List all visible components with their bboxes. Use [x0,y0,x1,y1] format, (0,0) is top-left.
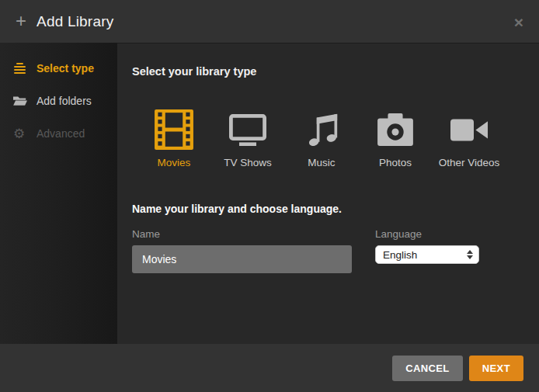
plus-icon: + [16,12,26,30]
dialog-header: + Add Library × [0,0,539,43]
type-tile-photos[interactable]: Photos [372,108,419,168]
type-tile-movies[interactable]: Movies [151,108,197,168]
sidebar-item-add-folders[interactable]: Add folders [0,90,117,112]
type-tile-tv-shows[interactable]: TV Shows [224,108,271,168]
form-row: Name Language English [132,228,539,273]
folder-icon [13,95,29,106]
music-note-icon [304,108,339,151]
add-library-dialog: + Add Library × Select type Add folders … [0,0,539,392]
name-field-label: Name [132,228,352,240]
sidebar-item-label: Advanced [37,127,85,140]
camera-icon [377,108,413,151]
language-select-value: English [383,249,417,261]
tv-icon [229,108,266,151]
film-strip-icon [155,108,193,151]
dialog-footer: CANCEL NEXT [0,344,539,392]
form-title: Name your library and choose language. [132,203,539,215]
sidebar-item-label: Select type [37,62,94,75]
type-tile-other-videos[interactable]: Other Videos [446,108,492,168]
language-select[interactable]: English [375,245,479,264]
type-tile-label: Movies [158,157,191,168]
type-tile-label: Photos [379,157,412,168]
sidebar: Select type Add folders ⚙ Advanced [0,43,117,344]
language-field-group: Language English [375,228,479,273]
type-tile-music[interactable]: Music [298,108,345,168]
cancel-button[interactable]: CANCEL [392,356,463,381]
type-tile-label: TV Shows [224,157,272,168]
select-type-bars-icon [13,63,29,74]
library-name-input[interactable] [132,245,352,273]
close-icon[interactable]: × [514,13,523,29]
next-button[interactable]: NEXT [469,356,523,381]
type-tile-label: Music [308,157,335,168]
select-stepper-icon [467,250,473,259]
library-type-tiles: Movies TV Shows [151,108,539,168]
sidebar-item-label: Add folders [37,95,92,107]
main-panel: Select your library type [117,43,539,344]
name-field-group: Name [132,228,352,273]
dialog-title: Add Library [37,13,113,30]
type-tile-label: Other Videos [439,157,500,168]
language-field-label: Language [375,228,479,240]
section-title: Select your library type [132,65,539,78]
sidebar-item-advanced[interactable]: ⚙ Advanced [0,123,117,144]
sidebar-item-select-type[interactable]: Select type [0,57,117,79]
video-camera-icon [450,108,488,151]
gear-icon: ⚙ [13,127,29,140]
